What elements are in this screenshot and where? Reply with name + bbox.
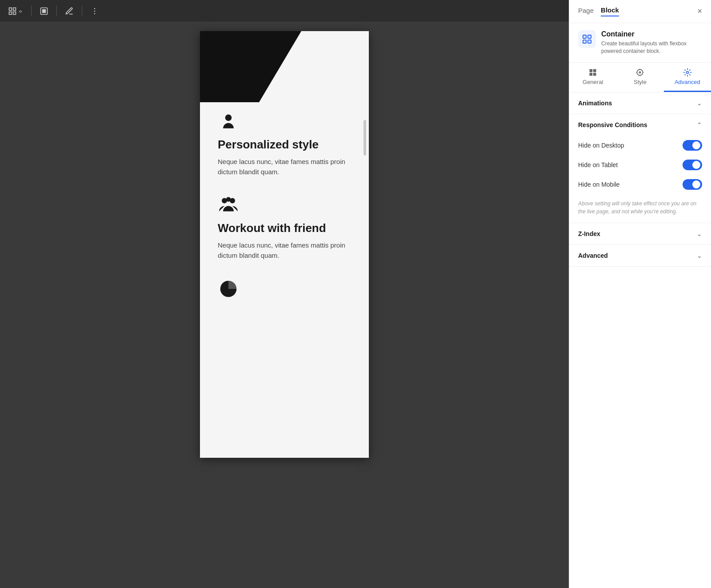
section-personalized: Personalized style Neque lacus nunc, vit… (218, 111, 351, 177)
general-tab-icon (588, 68, 597, 77)
responsive-hint: Above setting will only take effect once… (569, 194, 711, 223)
svg-rect-1 (13, 8, 16, 10)
tab-advanced[interactable]: Advanced (664, 63, 711, 92)
tab-block[interactable]: Block (601, 6, 619, 16)
section-personalized-text: Neque lacus nunc, vitae fames mattis pro… (218, 157, 351, 177)
toolbar-divider-2 (56, 6, 57, 16)
svg-rect-13 (583, 35, 586, 38)
svg-rect-16 (588, 40, 591, 43)
svg-rect-3 (13, 12, 16, 14)
highlighter-button[interactable] (62, 5, 76, 17)
svg-rect-19 (590, 72, 593, 76)
toggle-desktop[interactable] (683, 140, 702, 151)
section-workout: Workout with friend Neque lacus nunc, vi… (218, 195, 351, 260)
toggle-tablet-label: Hide on Tablet (578, 161, 618, 168)
svg-point-9 (225, 115, 232, 121)
chevron-down-icon-zindex: ⌄ (697, 230, 702, 237)
svg-rect-17 (590, 69, 593, 72)
accordion-advanced: Advanced ⌄ (569, 245, 711, 267)
chevron-up-down-icon (18, 8, 23, 14)
svg-point-12 (226, 197, 231, 202)
toggle-mobile-label: Hide on Mobile (578, 181, 619, 188)
right-panel: Page Block × Container Create beautiful … (569, 0, 711, 588)
advanced-tab-icon (683, 68, 692, 77)
accordion-animations-header[interactable]: Animations ⌄ (569, 92, 711, 114)
block-icon-wrap (578, 30, 596, 48)
accordion-advanced-title: Advanced (578, 252, 608, 259)
accordion-advanced-header[interactable]: Advanced ⌄ (569, 245, 711, 266)
select-icon (40, 7, 48, 16)
svg-rect-14 (588, 35, 591, 38)
more-options-button[interactable] (88, 5, 102, 17)
svg-rect-2 (9, 12, 12, 14)
person-icon (218, 111, 239, 132)
block-name: Container (601, 30, 702, 38)
tab-style[interactable]: Style (616, 63, 663, 92)
accordion-animations-title: Animations (578, 100, 612, 107)
accordion-zindex-header[interactable]: Z-Index ⌄ (569, 223, 711, 244)
tab-general-label: General (583, 79, 603, 85)
toggle-row-tablet: Hide on Tablet (569, 155, 711, 175)
block-info: Container Create beautiful layouts with … (569, 23, 711, 63)
svg-point-21 (686, 71, 688, 73)
toolbar (0, 0, 569, 22)
svg-rect-20 (593, 72, 596, 76)
toolbar-divider-3 (82, 6, 82, 16)
highlighter-icon (65, 7, 74, 16)
more-icon (90, 7, 99, 16)
svg-rect-0 (9, 8, 12, 10)
toggle-mobile[interactable] (683, 179, 702, 190)
style-tab-icon (635, 68, 644, 77)
accordion-responsive-title: Responsive Conditions (578, 121, 647, 128)
layout-icon (8, 7, 17, 16)
chevron-down-icon: ⌄ (697, 100, 702, 107)
tab-style-label: Style (634, 79, 647, 85)
svg-rect-5 (42, 9, 46, 12)
svg-point-8 (94, 13, 96, 14)
phone-scrollbar[interactable] (363, 120, 366, 156)
container-icon (582, 34, 592, 44)
chevron-up-icon: ⌃ (697, 121, 702, 128)
svg-rect-15 (583, 40, 586, 43)
svg-point-7 (94, 10, 96, 12)
toggle-row-mobile: Hide on Mobile (569, 175, 711, 194)
phone-mockup: Personalized style Neque lacus nunc, vit… (200, 31, 369, 458)
style-tabs: General Style Advanced (569, 63, 711, 92)
section-workout-text: Neque lacus nunc, vitae fames mattis pro… (218, 240, 351, 260)
svg-rect-18 (593, 69, 596, 72)
canvas-content: Personalized style Neque lacus nunc, vit… (0, 22, 569, 588)
accordion-responsive: Responsive Conditions ⌃ Hide on Desktop … (569, 114, 711, 223)
toggle-desktop-label: Hide on Desktop (578, 142, 624, 149)
chevron-down-icon-advanced: ⌄ (697, 252, 702, 259)
accordion-animations: Animations ⌄ (569, 92, 711, 114)
block-text-wrap: Container Create beautiful layouts with … (601, 30, 702, 55)
accordion-zindex-title: Z-Index (578, 230, 600, 237)
layout-toggle-button[interactable] (5, 5, 26, 17)
section-stats (218, 278, 351, 300)
chart-pie-icon (218, 278, 239, 300)
section-workout-title: Workout with friend (218, 221, 326, 235)
select-button[interactable] (37, 5, 51, 17)
tab-general[interactable]: General (569, 63, 616, 92)
section-personalized-title: Personalized style (218, 138, 319, 152)
close-button[interactable]: × (697, 7, 702, 16)
svg-point-6 (94, 8, 96, 9)
accordion-responsive-header[interactable]: Responsive Conditions ⌃ (569, 114, 711, 136)
group-icon (218, 195, 239, 216)
toggle-tablet[interactable] (683, 160, 702, 170)
block-desc: Create beautiful layouts with flexbox po… (601, 40, 702, 55)
accordion-zindex: Z-Index ⌄ (569, 223, 711, 245)
tab-advanced-label: Advanced (675, 79, 700, 85)
toggle-row-desktop: Hide on Desktop (569, 136, 711, 155)
toolbar-divider (31, 6, 32, 16)
tab-page[interactable]: Page (578, 7, 594, 16)
panel-header: Page Block × (569, 0, 711, 23)
